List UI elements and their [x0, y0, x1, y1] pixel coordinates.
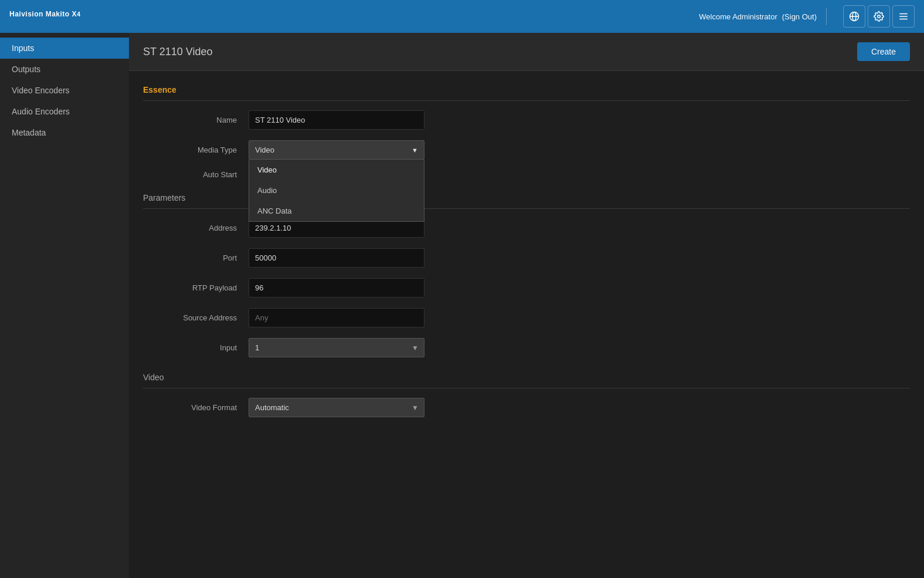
video-format-dropdown[interactable]: Automatic ▼ — [249, 398, 424, 417]
address-label: Address — [143, 224, 249, 232]
app-layout: Inputs Outputs Video Encoders Audio Enco… — [0, 33, 924, 578]
name-row: Name — [143, 110, 910, 130]
name-input[interactable] — [249, 110, 424, 130]
sidebar-item-inputs[interactable]: Inputs — [0, 38, 129, 59]
video-section-title: Video — [143, 368, 910, 388]
input-dropdown[interactable]: 1 2 3 4 ▼ — [249, 338, 424, 357]
sidebar-item-outputs[interactable]: Outputs — [0, 59, 129, 80]
input-label: Input — [143, 343, 249, 352]
source-address-input[interactable] — [249, 308, 424, 327]
network-icon-button[interactable] — [843, 5, 865, 28]
form-container: Essence Name Media Type Video ▼ Video Au… — [129, 71, 924, 437]
rtp-payload-label: RTP Payload — [143, 283, 249, 292]
media-type-display[interactable]: Video ▼ — [249, 140, 424, 160]
port-row: Port — [143, 248, 910, 268]
port-label: Port — [143, 253, 249, 262]
chevron-down-icon: ▼ — [412, 147, 418, 154]
menu-icon-button[interactable] — [892, 5, 915, 28]
sidebar-item-video-encoders[interactable]: Video Encoders — [0, 80, 129, 101]
source-address-label: Source Address — [143, 313, 249, 322]
input-select[interactable]: 1 2 3 4 — [249, 338, 424, 357]
media-type-value: Video — [255, 146, 274, 154]
video-format-select[interactable]: Automatic — [249, 398, 424, 417]
main-content: ST 2110 Video Create Essence Name Media … — [129, 33, 924, 578]
page-title: ST 2110 Video — [143, 46, 212, 58]
svg-point-3 — [878, 15, 881, 18]
sidebar-item-metadata[interactable]: Metadata — [0, 122, 129, 143]
source-address-row: Source Address — [143, 308, 910, 327]
media-type-list: Video Audio ANC Data — [249, 160, 424, 222]
name-label: Name — [143, 116, 249, 124]
topnav-right: Welcome Administrator (Sign Out) — [699, 5, 915, 28]
essence-section-title: Essence — [143, 80, 910, 101]
port-input[interactable] — [249, 248, 424, 268]
app-logo: Haivision Makito X4 — [9, 10, 81, 23]
video-format-label: Video Format — [143, 403, 249, 412]
video-format-row: Video Format Automatic ▼ — [143, 398, 910, 417]
sidebar-item-audio-encoders[interactable]: Audio Encoders — [0, 101, 129, 122]
media-type-row: Media Type Video ▼ Video Audio ANC Data — [143, 140, 910, 160]
create-button[interactable]: Create — [857, 42, 910, 61]
media-type-option-anc[interactable]: ANC Data — [249, 201, 424, 221]
welcome-text: Welcome Administrator — [699, 12, 777, 21]
topnav: Haivision Makito X4 Welcome Administrato… — [0, 0, 924, 33]
auto-start-label: Auto Start — [143, 170, 249, 179]
rtp-payload-input[interactable] — [249, 278, 424, 298]
media-type-label: Media Type — [143, 146, 249, 154]
input-row: Input 1 2 3 4 ▼ — [143, 338, 910, 357]
media-type-option-video[interactable]: Video — [249, 160, 424, 180]
rtp-payload-row: RTP Payload — [143, 278, 910, 298]
topnav-icons — [843, 5, 915, 28]
gear-icon-button[interactable] — [868, 5, 890, 28]
media-type-option-audio[interactable]: Audio — [249, 180, 424, 201]
sign-out-link[interactable]: (Sign Out) — [782, 12, 817, 21]
media-type-dropdown[interactable]: Video ▼ Video Audio ANC Data — [249, 140, 424, 160]
page-header: ST 2110 Video Create — [129, 33, 924, 71]
sidebar: Inputs Outputs Video Encoders Audio Enco… — [0, 33, 129, 578]
